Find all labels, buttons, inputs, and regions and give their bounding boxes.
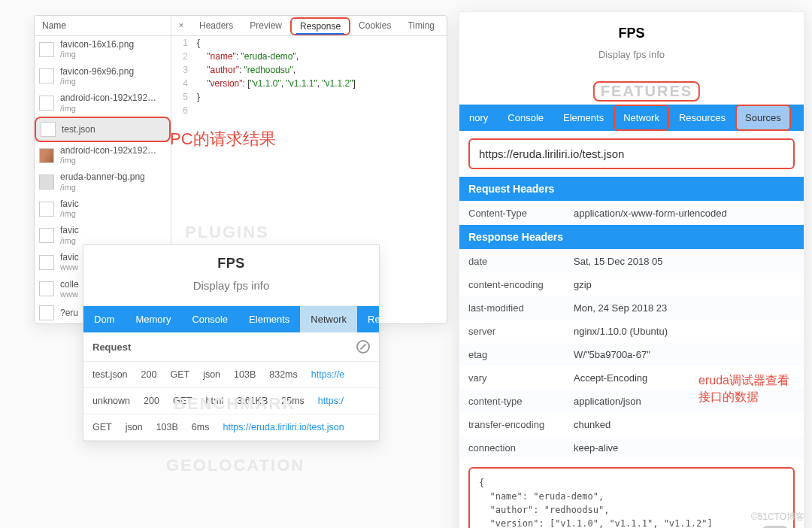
file-name: android-icon-192x192… [60,93,156,103]
header-key: Content-Type [468,208,574,219]
file-name: favic [60,225,79,235]
card-subtitle: Display fps info [474,49,789,60]
tab-console[interactable]: Console [181,306,238,332]
eruda-tabs: nory Console Elements Network Resources … [459,105,804,131]
tab-cookies[interactable]: Cookies [350,16,399,35]
list-item[interactable]: favicon-16x16.png/img [35,36,171,63]
tab-headers[interactable]: Headers [191,16,241,35]
eruda-tabs: Dom Memory Console Elements Network Reso… [83,306,379,332]
watermark: ©51CTO博客 [751,511,804,523]
cell-type: html [206,396,224,406]
cell-url[interactable]: https://e [311,369,344,380]
tab-console[interactable]: Console [498,105,553,131]
code-content: { "name": "eruda-demo", "author": "redho… [171,36,447,104]
plugin-card: FPS Display fps info [474,26,789,60]
eruda-panel-left: FPS Display fps info Dom Memory Console … [83,244,380,442]
tab-preview[interactable]: Preview [241,16,290,35]
file-name: favic [60,252,79,262]
tab-resources[interactable]: Resourc [357,306,414,332]
file-name: favicon-16x16.png [60,39,134,50]
file-path: www [60,262,79,272]
table-row[interactable]: unknown 200 GET html 3.61KB 25ms https:/ [83,388,379,414]
response-headers-list: dateSat, 15 Dec 2018 05 content-encoding… [459,249,804,460]
file-path: /img [60,209,79,219]
file-path: /img [60,104,156,114]
header-row: connectionkeep-alive [459,436,804,460]
response-headers-title: Response Headers [459,225,804,249]
tab-resources[interactable]: Resources [669,105,735,131]
header-value: application/x-www-form-urlencoded [574,208,727,219]
request-header-row: Request [83,332,379,362]
ghost-text: GEOLOCATION [166,456,304,475]
file-path: /img [60,77,134,86]
header-row: etagW/"5ba9700a-67" [459,343,804,366]
tab-dom[interactable]: Dom [83,306,125,332]
cell-method: GET [92,422,112,432]
name-column-header: Name [35,16,171,35]
tab-response[interactable]: Response [290,17,350,35]
card-title: FPS [83,256,379,272]
list-item-selected[interactable]: test.json [35,117,171,142]
card-subtitle: Display fps info [83,279,379,292]
thumbnail-icon [39,174,54,190]
file-name: favicon-96x96.png [60,66,134,77]
list-item[interactable]: eruda-banner-bg.png/img [35,168,171,196]
file-path: /img [60,236,79,246]
tab-elements[interactable]: Elements [553,105,614,131]
tab-sources[interactable]: Sources [735,105,791,131]
cell-size: 103B [234,369,256,380]
header-row: Content-Typeapplication/x-www-form-urlen… [459,202,804,225]
file-name: eruda-banner-bg.png [60,171,145,182]
file-path: /img [60,183,145,193]
list-item[interactable]: android-icon-192x192…/img [35,90,171,117]
thumbnail-icon [39,148,54,163]
cell-url[interactable]: https://eruda.liriliri.io/test.json [223,422,344,432]
table-row[interactable]: test.json 200 GET json 103B 832ms https:… [83,362,379,388]
cell-status: 200 [144,396,159,406]
cell-time: 832ms [269,369,298,380]
file-name: ?eru [60,308,78,318]
cell-method: GET [173,396,192,406]
cell-type: json [126,422,143,432]
tab-network[interactable]: Network [614,105,669,131]
annotation-pc: PC的请求结果 [170,128,276,150]
tab-elements[interactable]: Elements [238,306,300,332]
tab-memory[interactable]: nory [459,105,498,131]
request-headers-title: Request Headers [459,177,804,201]
tab-timing[interactable]: Timing [399,16,443,35]
file-name: android-icon-192x192… [60,145,156,156]
file-path: www [60,290,79,299]
list-item[interactable]: android-icon-192x192…/img [35,142,171,169]
annotation-eruda: eruda调试器查看 接口的数据 [698,372,789,406]
response-json: { "name": "eruda-demo", "author": "redho… [468,467,795,528]
cell-time: 25ms [281,396,304,406]
cell-size: 103B [156,422,178,432]
file-path: /img [60,156,156,165]
close-icon[interactable]: × [171,20,191,31]
plugin-card: FPS Display fps info [83,245,379,306]
tab-network[interactable]: Network [300,306,357,332]
header-row: content-encodinggzip [459,273,804,296]
list-item[interactable]: favic/img [35,196,171,223]
cell-type: json [203,369,220,380]
eruda-panel-right: FPS Display fps info FEATURES nory Conso… [459,11,804,528]
tab-memory[interactable]: Memory [125,306,181,332]
devtools-tabs: × Headers Preview Response Cookies Timin… [171,16,447,35]
clear-icon[interactable] [356,340,370,354]
header-row: last-modifiedMon, 24 Sep 2018 23 [459,296,804,320]
cell-time: 6ms [192,422,210,432]
table-row[interactable]: GET json 103B 6ms https://eruda.liriliri… [83,414,379,441]
list-item[interactable]: favicon-96x96.png/img [35,63,171,90]
features-heading: FEATURES [593,81,700,102]
cell-url[interactable]: https:/ [318,396,344,406]
cell-size: 3.61KB [237,396,268,406]
request-url: https://eruda.liriliri.io/test.json [468,138,795,169]
cell-status: 200 [141,369,157,380]
header-row: transfer-encodingchunked [459,413,804,436]
header-row: dateSat, 15 Dec 2018 05 [459,250,804,273]
devtools-top: Name × Headers Preview Response Cookies … [35,16,447,35]
cell-name: unknown [92,396,130,406]
cell-name: test.json [92,369,128,380]
cell-method: GET [170,369,189,380]
file-name: test.json [62,124,95,135]
